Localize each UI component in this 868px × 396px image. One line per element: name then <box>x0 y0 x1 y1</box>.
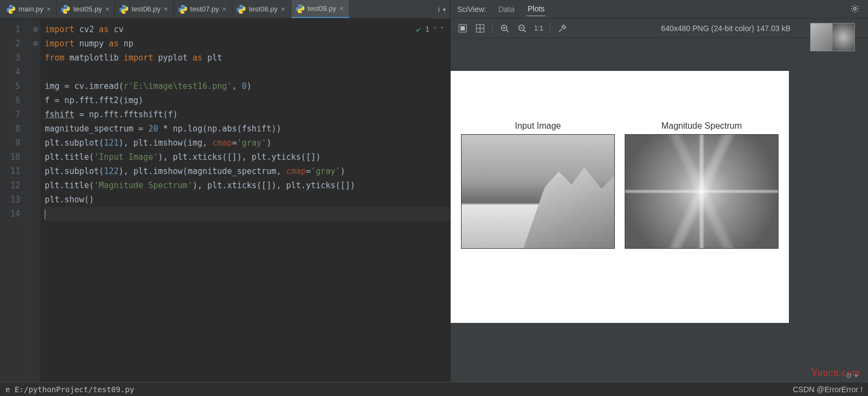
gutter: 1 2 3 4 5 6 7 8 9 10 11 12 13 14 <box>0 19 31 396</box>
svg-line-23 <box>524 30 526 32</box>
tab-label: test05.py <box>73 5 102 13</box>
tab-main-py[interactable]: main.py × <box>2 0 57 18</box>
plot-thumbnail[interactable] <box>810 23 855 51</box>
zoom-ratio[interactable]: 1:1 <box>534 25 543 32</box>
tab-test06-py[interactable]: test06.py × <box>115 0 173 18</box>
sciview-tab-plots[interactable]: Plots <box>526 2 546 16</box>
tab-test09-py[interactable]: test09.py × <box>291 0 350 18</box>
code-line[interactable]: plt.title('Input Image'), plt.xticks([])… <box>45 150 450 164</box>
line-number[interactable]: 12 <box>0 178 20 193</box>
zoom-in-icon[interactable] <box>499 23 510 34</box>
plots-toolbar: 1:1 640x480 PNG (24-bit color) 147.03 kB <box>451 19 868 38</box>
chevron-up-icon[interactable]: ˄ <box>434 22 436 37</box>
gear-icon[interactable] <box>851 4 859 15</box>
status-bar: e E:/pythonProject/test09.py CSDN @Error… <box>0 382 868 396</box>
svg-rect-14 <box>460 26 465 31</box>
python-file-icon <box>178 5 187 14</box>
svg-line-19 <box>506 30 508 32</box>
line-number[interactable]: 1 <box>0 22 20 37</box>
code-line[interactable]: plt.show() <box>45 193 450 207</box>
svg-point-5 <box>125 12 126 13</box>
svg-point-9 <box>242 12 243 13</box>
line-number[interactable]: 7 <box>0 107 20 122</box>
inspection-count: 1 <box>425 22 429 37</box>
tab-test08-py[interactable]: test08.py × <box>232 0 291 18</box>
python-file-icon <box>237 5 246 14</box>
tab-test05-py[interactable]: test05.py × <box>57 0 115 18</box>
separator <box>550 23 550 34</box>
line-number[interactable]: 8 <box>0 122 20 136</box>
grid-icon[interactable] <box>475 23 486 34</box>
tab-test07-py[interactable]: test07.py × <box>174 0 232 18</box>
code-line[interactable] <box>45 207 450 221</box>
code-line[interactable]: img = cv.imread(r'E:\image\test16.png', … <box>45 79 450 93</box>
line-number[interactable]: 10 <box>0 150 20 164</box>
zoom-out-icon[interactable] <box>517 23 528 34</box>
code-editor[interactable]: ✔ 1 ˄ ˅ import cv2 as cv import numpy as… <box>40 19 450 396</box>
plot-image-spectrum <box>625 134 779 249</box>
svg-point-1 <box>11 12 13 13</box>
tab-label: test07.py <box>190 5 219 13</box>
eyedropper-icon[interactable] <box>557 23 568 34</box>
line-number[interactable]: 11 <box>0 164 20 178</box>
tab-label: test08.py <box>249 5 278 13</box>
line-number[interactable]: 5 <box>0 79 20 93</box>
python-file-icon <box>7 5 15 14</box>
chevron-down-icon: ▾ <box>443 7 446 13</box>
code-line[interactable] <box>45 65 450 79</box>
code-line[interactable]: plt.subplot(122), plt.imshow(magnitude_s… <box>45 164 450 178</box>
tab-label: test09.py <box>308 4 337 13</box>
line-number[interactable]: 2 <box>0 37 20 51</box>
svg-point-12 <box>854 8 856 10</box>
close-icon[interactable]: × <box>47 5 51 13</box>
close-icon[interactable]: × <box>223 5 227 13</box>
fit-icon[interactable] <box>457 23 468 34</box>
inspection-widget[interactable]: ✔ 1 ˄ ˅ <box>416 22 444 37</box>
tabs-overflow[interactable]: i ▾ <box>434 0 450 19</box>
separator <box>492 23 493 34</box>
image-info: 640x480 PNG (24-bit color) 147.03 kB <box>661 24 791 33</box>
sciview-title: SciView: <box>457 5 486 14</box>
plot-image-input <box>461 134 615 249</box>
sciview-tab-data[interactable]: Data <box>497 3 516 16</box>
tab-label: test06.py <box>131 5 160 13</box>
code-line[interactable]: magnitude_spectrum = 20 * np.log(np.abs(… <box>45 122 450 136</box>
status-right-text: CSDN @ErrorError ! <box>793 385 863 394</box>
sciview-header: SciView: Data Plots <box>451 0 868 19</box>
plot-title: Magnitude Spectrum <box>625 121 779 131</box>
svg-point-8 <box>240 5 241 7</box>
python-file-icon <box>61 5 70 14</box>
code-line[interactable]: fshift = np.fft.fftshift(f) <box>45 107 450 122</box>
code-line[interactable]: f = np.fft.fft2(img) <box>45 93 450 107</box>
gear-icon[interactable]: ⚙ ▾ <box>846 371 858 380</box>
tab-label: main.py <box>19 5 44 13</box>
code-line[interactable]: plt.title('Magnitude Spectrum'), plt.xti… <box>45 178 450 193</box>
line-number[interactable]: 9 <box>0 136 20 150</box>
line-number[interactable]: 4 <box>0 65 20 79</box>
code-line[interactable]: import numpy as np <box>45 37 450 51</box>
sciview-pane: SciView: Data Plots 1:1 640x480 PNG (24-… <box>450 0 868 396</box>
line-number[interactable]: 6 <box>0 93 20 107</box>
plot-panel-right: Magnitude Spectrum <box>625 121 779 323</box>
code-line[interactable]: import cv2 as cv <box>45 22 450 37</box>
fold-column: ⊟⊟ <box>31 19 40 396</box>
line-number[interactable]: 13 <box>0 193 20 207</box>
svg-point-4 <box>123 5 124 7</box>
check-icon: ✔ <box>416 22 421 37</box>
code-line[interactable]: from matplotlib import pyplot as plt <box>45 51 450 65</box>
tabs-more-label: i <box>438 5 440 14</box>
python-file-icon <box>119 5 128 14</box>
close-icon[interactable]: × <box>281 5 285 13</box>
code-line[interactable]: plt.subplot(121), plt.imshow(img, cmap='… <box>45 136 450 150</box>
close-icon[interactable]: × <box>164 5 168 13</box>
close-icon[interactable]: × <box>339 5 344 12</box>
line-number[interactable]: 14 <box>0 207 20 221</box>
editor-pane: main.py × test05.py × test06.py × test07… <box>0 0 450 396</box>
svg-point-7 <box>183 12 184 13</box>
chevron-down-icon[interactable]: ˅ <box>441 22 444 37</box>
python-file-icon <box>296 4 304 13</box>
close-icon[interactable]: × <box>105 5 110 13</box>
svg-point-11 <box>301 11 302 13</box>
plot-canvas[interactable]: Input Image Magnitude Spectrum <box>451 71 789 323</box>
line-number[interactable]: 3 <box>0 51 20 65</box>
